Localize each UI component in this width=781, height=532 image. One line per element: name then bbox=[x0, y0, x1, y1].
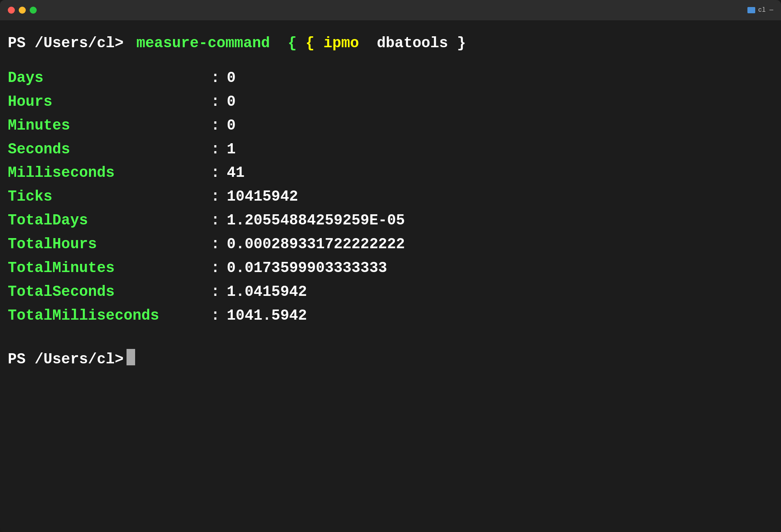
output-colon: : bbox=[211, 162, 220, 185]
output-colon: : bbox=[211, 233, 220, 256]
output-value: 10415942 bbox=[227, 185, 298, 208]
output-value: 1 bbox=[227, 138, 236, 161]
maximize-button[interactable] bbox=[30, 7, 37, 14]
output-colon: : bbox=[211, 67, 220, 90]
output-label: TotalSeconds bbox=[8, 281, 211, 304]
traffic-lights bbox=[8, 7, 37, 14]
table-row: Milliseconds:41 bbox=[8, 162, 773, 185]
output-table: Days:0Hours:0Minutes:0Seconds:1Milliseco… bbox=[8, 67, 773, 327]
command-text: measure-command bbox=[136, 35, 270, 52]
output-colon: : bbox=[211, 304, 220, 327]
close-button[interactable] bbox=[8, 7, 15, 14]
output-value: 0.000289331722222222 bbox=[227, 233, 405, 256]
output-value: 1041.5942 bbox=[227, 304, 307, 327]
command-name: measure-command { { ipmo dbatools } bbox=[127, 32, 466, 55]
output-label: Minutes bbox=[8, 114, 211, 137]
terminal-window: cl — PS /Users/cl> measure-command { { i… bbox=[0, 0, 781, 532]
output-colon: : bbox=[211, 209, 220, 232]
table-row: Minutes:0 bbox=[8, 114, 773, 137]
output-label: Days bbox=[8, 67, 211, 90]
table-row: TotalMilliseconds:1041.5942 bbox=[8, 304, 773, 327]
table-row: TotalMinutes:0.0173599903333333 bbox=[8, 257, 773, 280]
output-colon: : bbox=[211, 114, 220, 137]
terminal-icon bbox=[747, 7, 755, 13]
title-text: cl — bbox=[758, 7, 773, 14]
table-row: Ticks:10415942 bbox=[8, 185, 773, 208]
window-title: cl — bbox=[747, 7, 773, 14]
minimize-button[interactable] bbox=[19, 7, 26, 14]
table-row: TotalHours:0.000289331722222222 bbox=[8, 233, 773, 256]
bottom-prompt-text: PS /Users/cl> bbox=[8, 348, 123, 371]
output-label: Hours bbox=[8, 91, 211, 114]
output-label: Milliseconds bbox=[8, 162, 211, 185]
output-colon: : bbox=[211, 257, 220, 280]
command-line: PS /Users/cl> measure-command { { ipmo d… bbox=[8, 32, 773, 55]
output-label: TotalDays bbox=[8, 209, 211, 232]
command-args: { ipmo bbox=[306, 35, 359, 52]
table-row: TotalSeconds:1.0415942 bbox=[8, 281, 773, 304]
output-label: TotalMilliseconds bbox=[8, 304, 211, 327]
output-value: 0 bbox=[227, 67, 236, 90]
output-value: 0 bbox=[227, 91, 236, 114]
output-value: 0 bbox=[227, 114, 236, 137]
titlebar: cl — bbox=[0, 0, 781, 20]
output-label: Seconds bbox=[8, 138, 211, 161]
cursor bbox=[127, 349, 135, 365]
table-row: Hours:0 bbox=[8, 91, 773, 114]
output-value: 1.0415942 bbox=[227, 281, 307, 304]
output-label: TotalMinutes bbox=[8, 257, 211, 280]
output-value: 41 bbox=[227, 162, 245, 185]
output-label: Ticks bbox=[8, 185, 211, 208]
table-row: Seconds:1 bbox=[8, 138, 773, 161]
bottom-prompt-line: PS /Users/cl> bbox=[8, 347, 773, 371]
command-extra: dbatools } bbox=[377, 35, 466, 52]
output-colon: : bbox=[211, 185, 220, 208]
terminal-body[interactable]: PS /Users/cl> measure-command { { ipmo d… bbox=[0, 20, 781, 532]
output-label: TotalHours bbox=[8, 233, 211, 256]
output-value: 1.20554884259259E-05 bbox=[227, 209, 405, 232]
table-row: Days:0 bbox=[8, 67, 773, 90]
output-colon: : bbox=[211, 281, 220, 304]
prompt-text: PS /Users/cl> bbox=[8, 32, 123, 55]
output-value: 0.0173599903333333 bbox=[227, 257, 387, 280]
table-row: TotalDays:1.20554884259259E-05 bbox=[8, 209, 773, 232]
output-colon: : bbox=[211, 91, 220, 114]
output-colon: : bbox=[211, 138, 220, 161]
